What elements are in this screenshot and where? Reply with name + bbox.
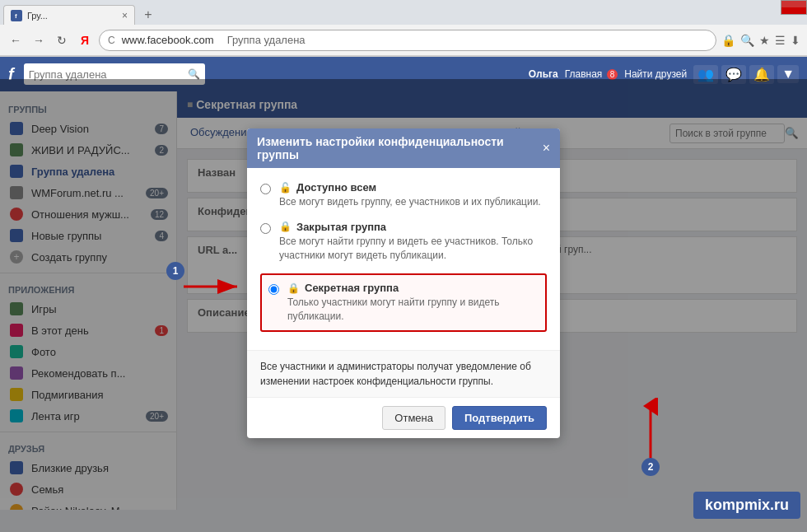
confirm-button[interactable]: Подтвердить — [452, 406, 547, 430]
fb-nav-friends[interactable]: Найти друзей — [624, 68, 687, 80]
svg-text:f: f — [15, 12, 17, 20]
lock-icon: 🔒 — [721, 34, 735, 47]
tab-close-button[interactable]: × — [122, 10, 128, 21]
active-tab[interactable]: Главная f Гру... × — [3, 5, 135, 25]
watermark: kompmix.ru — [693, 492, 800, 519]
radio-public-content: 🔓 Доступно всем Все могут видеть группу,… — [279, 181, 547, 209]
fb-search-submit-icon[interactable]: 🔍 — [188, 68, 200, 80]
tab-bar: Главная f Гру... × + — [0, 0, 807, 25]
radio-public-input[interactable] — [260, 184, 271, 194]
tab-title: Гру... — [27, 11, 117, 21]
fb-user-name[interactable]: Ольга — [529, 68, 558, 80]
tab-favicon: Главная f — [11, 10, 22, 21]
star-icon[interactable]: ★ — [759, 34, 770, 47]
download-icon[interactable]: ⬇ — [791, 34, 800, 47]
radio-secret-input[interactable] — [268, 284, 279, 295]
modal-overlay: Изменить настройки конфиденциальности гр… — [0, 79, 807, 532]
radio-option-public: 🔓 Доступно всем Все могут видеть группу,… — [260, 181, 547, 209]
modal-header: Изменить настройки конфиденциальности гр… — [247, 128, 560, 168]
address-status: Группа удалена — [227, 34, 306, 46]
address-bar-row: ← → ↻ Я C www.facebook.com Группа удален… — [0, 25, 807, 56]
back-button[interactable]: ← — [7, 31, 25, 49]
fb-nav-main[interactable]: Главная 8 — [565, 68, 618, 80]
radio-option-closed: 🔒 Закрытая группа Все могут найти группу… — [260, 221, 547, 263]
radio-secret-label: 🔒 Секретная группа — [287, 282, 539, 294]
radio-closed-input[interactable] — [260, 223, 271, 234]
radio-secret-content: 🔒 Секретная группа Только участники могу… — [287, 282, 539, 324]
modal-notice: Все участники и администраторы получат у… — [247, 350, 560, 397]
privacy-modal: Изменить настройки конфиденциальности гр… — [247, 128, 560, 438]
radio-public-label: 🔓 Доступно всем — [279, 181, 547, 194]
address-secure-icon: C — [108, 35, 115, 46]
forward-button[interactable]: → — [30, 31, 48, 49]
radio-secret-desc: Только участники могут найти группу и ви… — [287, 296, 539, 324]
search-icon[interactable]: 🔍 — [740, 34, 754, 47]
modal-title: Изменить настройки конфиденциальности гр… — [257, 135, 543, 161]
address-url: www.facebook.com — [122, 34, 214, 46]
modal-close-button[interactable]: × — [543, 141, 550, 156]
menu-icon[interactable]: ☰ — [775, 34, 786, 47]
address-bar[interactable]: C www.facebook.com Группа удалена — [99, 30, 716, 51]
cancel-button[interactable]: Отмена — [382, 406, 445, 430]
modal-footer: Отмена Подтвердить — [247, 397, 560, 438]
radio-public-desc: Все могут видеть группу, ее участников и… — [279, 195, 547, 209]
radio-option-secret: 🔒 Секретная группа Только участники могу… — [260, 273, 547, 332]
radio-closed-label: 🔒 Закрытая группа — [279, 221, 547, 233]
refresh-button[interactable]: ↻ — [53, 31, 71, 49]
new-tab-button[interactable]: + — [138, 5, 158, 25]
modal-body: 🔓 Доступно всем Все могут видеть группу,… — [247, 168, 560, 350]
yandex-icon[interactable]: Я — [76, 31, 94, 49]
address-right-icons: 🔒 🔍 ★ ☰ ⬇ — [721, 34, 800, 47]
radio-closed-desc: Все могут найти группу и видеть ее участ… — [279, 235, 547, 263]
radio-closed-content: 🔒 Закрытая группа Все могут найти группу… — [279, 221, 547, 263]
